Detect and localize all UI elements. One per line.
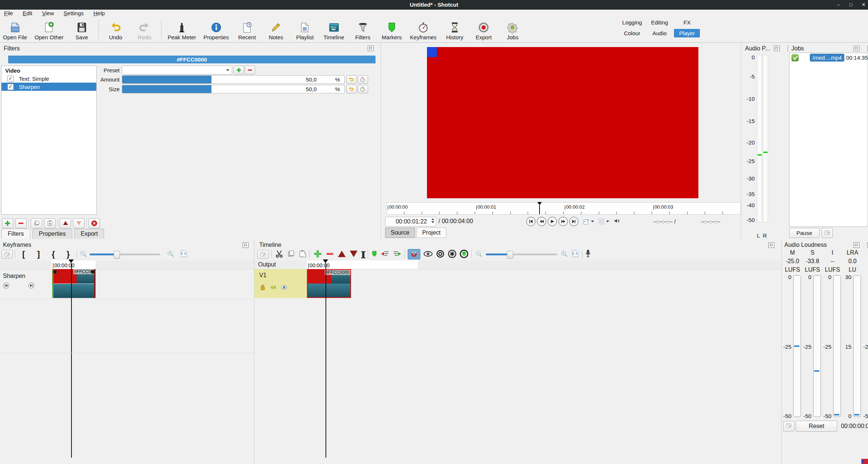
keyframe-marker[interactable] (91, 270, 95, 274)
job-row[interactable]: /med....mp4 00:14:35 (789, 53, 868, 63)
marker-icon[interactable] (371, 251, 378, 258)
lift-icon[interactable] (337, 250, 346, 259)
scrub-while-dragging-icon[interactable] (423, 250, 433, 259)
undo-button[interactable]: Undo (102, 18, 129, 40)
notes-button[interactable]: Notes (263, 18, 289, 40)
current-position-spinbox[interactable]: 00:00:01:22 (385, 217, 436, 226)
tab-project[interactable]: Project (417, 228, 446, 238)
amount-reset-button[interactable] (346, 75, 357, 84)
job-name[interactable]: /med....mp4 (810, 54, 844, 62)
float-panel-icon[interactable] (854, 46, 859, 51)
set-first-keyframe-button[interactable]: { (47, 249, 60, 259)
ripple-icon[interactable] (436, 249, 445, 259)
move-filter-down-button[interactable] (73, 218, 84, 228)
export-button[interactable]: Export (470, 18, 497, 40)
size-reset-button[interactable] (346, 85, 357, 93)
timeline-clip[interactable]: #FFCC0000 (307, 269, 351, 298)
tab-filters[interactable]: Filters (1, 229, 30, 239)
snap-toggle[interactable] (408, 249, 420, 259)
jobs-button[interactable]: Jobs (499, 18, 526, 40)
float-panel-icon[interactable] (768, 242, 774, 248)
fast-forward-button[interactable] (558, 217, 568, 226)
remove-filter-button[interactable] (15, 218, 27, 228)
layout-tab-logging[interactable]: Logging (619, 18, 645, 27)
pause-button[interactable]: Pause (789, 228, 819, 238)
loudness-menu-button[interactable] (783, 421, 794, 431)
player-zoom-selector[interactable] (583, 218, 594, 225)
timeline-playhead-head[interactable] (323, 259, 328, 263)
ripple-markers-icon[interactable] (460, 249, 468, 259)
paste-icon[interactable] (298, 249, 307, 259)
rewind-button[interactable] (537, 217, 546, 226)
append-icon[interactable] (313, 249, 323, 260)
grid-selector[interactable] (598, 218, 609, 225)
set-filter-end-button[interactable]: ] (32, 249, 45, 259)
keyframes-menu-button[interactable] (1, 250, 13, 259)
zoom-out-icon[interactable] (79, 250, 87, 259)
skip-to-end-button[interactable] (569, 217, 578, 226)
tab-properties[interactable]: Properties (33, 229, 72, 239)
add-filter-button[interactable] (2, 218, 13, 228)
timeline-ruler[interactable]: Output 00:00:00 (254, 261, 781, 269)
keyframes-playhead-head[interactable] (69, 259, 74, 263)
float-panel-icon[interactable] (774, 46, 780, 51)
paste-filter-button[interactable] (44, 218, 56, 228)
amount-value[interactable]: 50,0 (306, 76, 317, 83)
layout-tab-player[interactable]: Player (674, 29, 700, 37)
open-file-button[interactable]: Open File (0, 18, 30, 40)
zoom-in-icon[interactable] (167, 250, 175, 259)
close-button[interactable]: ✕ (859, 2, 868, 8)
keyframes-playhead-line[interactable] (71, 263, 72, 458)
next-marker-icon[interactable] (393, 250, 401, 259)
recent-button[interactable]: Recent (234, 18, 260, 40)
track-header-v1[interactable]: V1 (254, 269, 307, 298)
amount-keyframes-button[interactable] (358, 75, 368, 84)
preset-save-button[interactable] (234, 66, 244, 74)
spinbox-arrows[interactable] (431, 218, 434, 223)
filters-button[interactable]: Filters (350, 18, 376, 40)
tab-source[interactable]: Source (385, 228, 415, 238)
playlist-button[interactable]: Playlist (291, 18, 318, 40)
hide-icon[interactable] (281, 284, 288, 291)
mute-icon[interactable] (270, 284, 277, 291)
skip-to-start-button[interactable] (526, 217, 535, 226)
copy-filter-button[interactable] (31, 218, 42, 228)
float-panel-icon[interactable] (243, 242, 248, 248)
redo-button[interactable]: Redo (131, 18, 158, 40)
seek-previous-keyframe-button[interactable] (3, 282, 9, 290)
cut-icon[interactable] (275, 249, 284, 259)
split-icon[interactable]: ][ (361, 250, 365, 259)
timeline-button[interactable]: Timeline (321, 18, 347, 40)
keyframes-zoom-slider[interactable] (90, 253, 160, 255)
output-track-label[interactable]: Output (258, 261, 276, 268)
filter-row-sharpen[interactable]: ✓ Sharpen (1, 83, 96, 91)
peak-meter-button[interactable]: Peak Meter (165, 18, 199, 40)
slider-handle[interactable] (114, 251, 120, 259)
float-panel-icon[interactable] (368, 46, 374, 51)
keyframes-button[interactable]: Keyframes (407, 18, 439, 40)
lock-icon[interactable] (259, 284, 266, 291)
open-other-button[interactable]: Open Other (32, 18, 66, 40)
layout-tab-colour[interactable]: Colour (619, 29, 645, 37)
jobs-menu-button[interactable] (822, 228, 833, 238)
history-button[interactable]: History (441, 18, 468, 40)
zoom-in-icon[interactable] (560, 250, 568, 259)
keyframe-marker[interactable] (53, 270, 57, 274)
player-scrub-bar[interactable]: 00:00:00 00:00:01 00:00:02 00:00:03 (386, 202, 741, 215)
zoom-fit-icon[interactable] (571, 250, 579, 259)
menu-settings[interactable]: Settings (60, 10, 88, 17)
seek-next-keyframe-button[interactable] (28, 282, 34, 290)
previous-marker-icon[interactable] (381, 250, 390, 259)
menu-help[interactable]: Help (89, 10, 109, 17)
move-filter-up-button[interactable] (60, 218, 71, 228)
tab-export[interactable]: Export (74, 229, 104, 239)
filter-enabled-checkbox[interactable]: ✓ (7, 76, 14, 82)
preset-combobox[interactable] (122, 66, 232, 74)
save-button[interactable]: Save (69, 18, 95, 40)
filter-row-text-simple[interactable]: ✓ Text: Simple (1, 74, 96, 83)
record-audio-icon[interactable] (585, 249, 591, 259)
amount-slider[interactable]: 50,0 % (122, 75, 345, 84)
layout-tab-editing[interactable]: Editing (647, 18, 672, 27)
maximize-button[interactable]: □ (847, 2, 855, 8)
copy-icon[interactable] (287, 249, 295, 259)
